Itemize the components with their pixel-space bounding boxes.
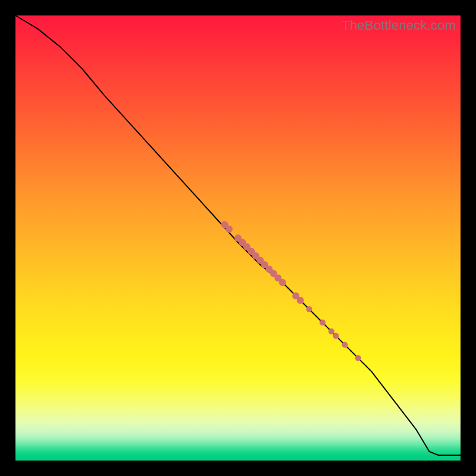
data-point: [297, 297, 304, 304]
data-point: [342, 342, 348, 348]
data-point: [320, 320, 325, 325]
chart-stage: TheBottleneck.com: [0, 0, 476, 476]
data-point: [226, 226, 233, 233]
chart-svg: [15, 15, 461, 461]
data-point: [279, 279, 286, 286]
plot-area: TheBottleneck.com: [15, 15, 461, 461]
data-point: [333, 333, 339, 339]
data-point: [328, 328, 334, 334]
data-point: [306, 306, 312, 312]
data-point: [355, 355, 361, 361]
